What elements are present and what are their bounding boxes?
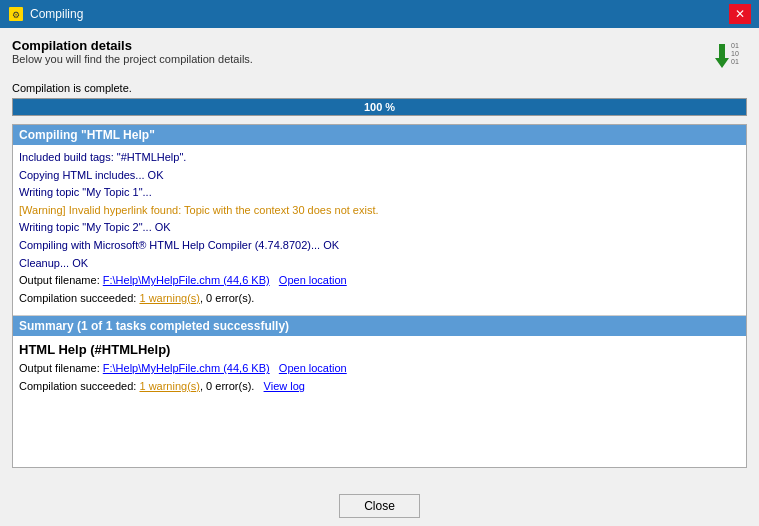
progress-bar-label: 100 % — [13, 99, 746, 115]
log-line-result: Compilation succeeded: 1 warning(s), 0 e… — [19, 290, 740, 308]
summary-output-line: Output filename: F:\Help\MyHelpFile.chm … — [19, 360, 740, 378]
app-icon: ⚙ — [8, 6, 24, 22]
warning-count-link-1[interactable]: 1 warning(s) — [139, 292, 200, 304]
open-location-link-1[interactable]: Open location — [279, 274, 347, 286]
progress-bar-container: 100 % — [12, 98, 747, 116]
summary-content: HTML Help (#HTMLHelp) Output filename: F… — [13, 336, 746, 401]
log-line: Compiling with Microsoft® HTML Help Comp… — [19, 237, 740, 255]
title-bar: ⚙ Compiling ✕ — [0, 0, 759, 28]
open-location-link-2[interactable]: Open location — [279, 362, 347, 374]
close-button[interactable]: Close — [339, 494, 420, 518]
window-title: Compiling — [30, 7, 729, 21]
compile-arrow-icon: 01 10 01 — [711, 38, 747, 74]
log-content: Included build tags: "#HTMLHelp". Copyin… — [13, 145, 746, 311]
log-section-header: Compiling "HTML Help" — [13, 125, 746, 145]
log-line: Copying HTML includes... OK — [19, 167, 740, 185]
summary-section: Summary (1 of 1 tasks completed successf… — [13, 315, 746, 401]
main-content: Compilation details Below you will find … — [0, 28, 759, 486]
close-window-button[interactable]: ✕ — [729, 4, 751, 24]
log-line: Included build tags: "#HTMLHelp". — [19, 149, 740, 167]
log-line: Writing topic "My Topic 2"... OK — [19, 219, 740, 237]
summary-header: Summary (1 of 1 tasks completed successf… — [13, 316, 746, 336]
output-file-link[interactable]: F:\Help\MyHelpFile.chm (44,6 KB) — [103, 274, 270, 286]
log-line-output: Output filename: F:\Help\MyHelpFile.chm … — [19, 272, 740, 290]
svg-text:⚙: ⚙ — [12, 10, 20, 20]
log-area[interactable]: Compiling "HTML Help" Included build tag… — [12, 124, 747, 468]
svg-text:10: 10 — [731, 50, 739, 57]
header-section: Compilation details Below you will find … — [12, 38, 747, 74]
compile-icon: 01 10 01 — [711, 38, 747, 74]
summary-result-line: Compilation succeeded: 1 warning(s), 0 e… — [19, 378, 740, 396]
summary-project-title: HTML Help (#HTMLHelp) — [19, 342, 740, 357]
svg-text:01: 01 — [731, 42, 739, 49]
log-line-warning: [Warning] Invalid hyperlink found: Topic… — [19, 202, 740, 220]
svg-marker-6 — [719, 44, 725, 52]
svg-text:01: 01 — [731, 58, 739, 65]
log-line: Writing topic "My Topic 1"... — [19, 184, 740, 202]
view-log-link[interactable]: View log — [264, 380, 305, 392]
status-text: Compilation is complete. — [12, 82, 747, 94]
summary-output-file-link[interactable]: F:\Help\MyHelpFile.chm (44,6 KB) — [103, 362, 270, 374]
warning-count-link-2[interactable]: 1 warning(s) — [139, 380, 200, 392]
compilation-title: Compilation details — [12, 38, 253, 53]
compilation-subtitle: Below you will find the project compilat… — [12, 53, 253, 65]
header-text: Compilation details Below you will find … — [12, 38, 253, 65]
button-bar: Close — [0, 486, 759, 526]
log-line: Cleanup... OK — [19, 255, 740, 273]
